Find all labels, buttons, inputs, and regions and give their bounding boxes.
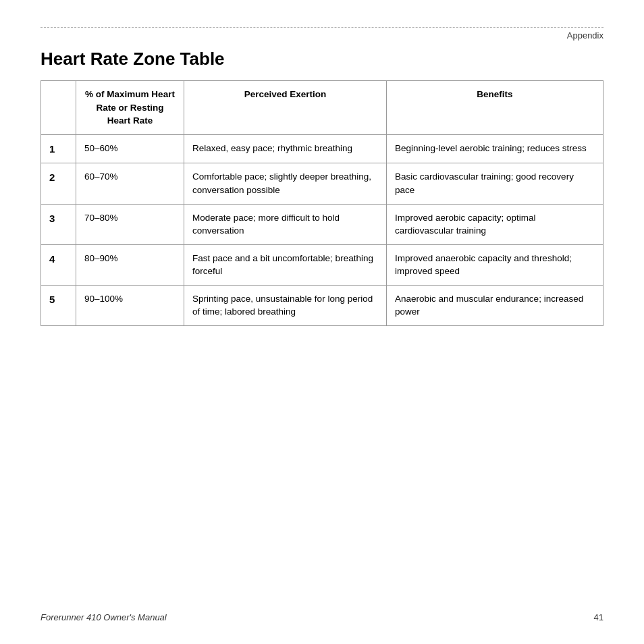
- cell-exertion-1: Relaxed, easy pace; rhythmic breathing: [184, 134, 387, 163]
- cell-zone-1: 1: [41, 134, 76, 163]
- table-row: 150–60%Relaxed, easy pace; rhythmic brea…: [41, 134, 603, 163]
- cell-zone-3: 3: [41, 204, 76, 244]
- col-header-exertion: Perceived Exertion: [184, 81, 387, 135]
- footer-manual-label: Forerunner 410 Owner's Manual: [41, 612, 167, 622]
- page-title: Heart Rate Zone Table: [41, 49, 603, 70]
- table-row: 260–70%Comfortable pace; slightly deeper…: [41, 163, 603, 204]
- cell-hr-4: 80–90%: [76, 244, 184, 285]
- col-header-hr: % of Maximum Heart Rate or Resting Heart…: [76, 81, 184, 135]
- footer-page-number: 41: [594, 612, 603, 622]
- cell-benefits-5: Anaerobic and muscular endurance; increa…: [387, 285, 603, 325]
- cell-benefits-3: Improved aerobic capacity; optimal cardi…: [387, 204, 603, 244]
- page-container: Appendix Heart Rate Zone Table % of Maxi…: [0, 0, 644, 644]
- table-row: 590–100%Sprinting pace, unsustainable fo…: [41, 285, 603, 325]
- table-row: 370–80%Moderate pace; more difficult to …: [41, 204, 603, 244]
- table-row: 480–90%Fast pace and a bit uncomfortable…: [41, 244, 603, 285]
- cell-hr-2: 60–70%: [76, 163, 184, 204]
- cell-benefits-1: Beginning-level aerobic training; reduce…: [387, 134, 603, 163]
- table-header-row: % of Maximum Heart Rate or Resting Heart…: [41, 81, 603, 135]
- cell-hr-3: 70–80%: [76, 204, 184, 244]
- col-header-benefits: Benefits: [387, 81, 603, 135]
- footer: Forerunner 410 Owner's Manual 41: [41, 612, 603, 622]
- cell-benefits-2: Basic cardiovascular training; good reco…: [387, 163, 603, 204]
- cell-zone-2: 2: [41, 163, 76, 204]
- cell-hr-5: 90–100%: [76, 285, 184, 325]
- cell-exertion-2: Comfortable pace; slightly deeper breath…: [184, 163, 387, 204]
- top-border: [41, 27, 603, 28]
- col-header-zone: [41, 81, 76, 135]
- cell-exertion-3: Moderate pace; more difficult to hold co…: [184, 204, 387, 244]
- heart-rate-zone-table: % of Maximum Heart Rate or Resting Heart…: [41, 80, 603, 326]
- cell-hr-1: 50–60%: [76, 134, 184, 163]
- cell-exertion-4: Fast pace and a bit uncomfortable; breat…: [184, 244, 387, 285]
- appendix-label: Appendix: [41, 30, 603, 41]
- cell-benefits-4: Improved anaerobic capacity and threshol…: [387, 244, 603, 285]
- cell-zone-5: 5: [41, 285, 76, 325]
- cell-exertion-5: Sprinting pace, unsustainable for long p…: [184, 285, 387, 325]
- cell-zone-4: 4: [41, 244, 76, 285]
